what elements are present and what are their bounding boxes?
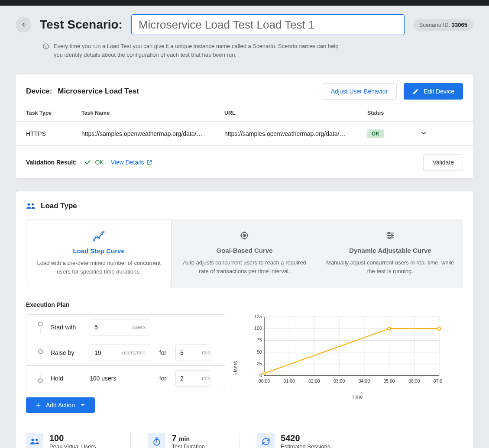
stats-row: 100 Peak Virtual Users 7 min Test Durati… (16, 430, 473, 448)
users-icon (30, 438, 39, 445)
svg-point-51 (388, 327, 391, 330)
svg-text:03:00: 03:00 (334, 378, 345, 384)
start-with-label: Start with (51, 324, 87, 331)
svg-point-4 (27, 203, 30, 206)
goal-based-curve-option[interactable]: Goal-Based Curve Auto adjusts concurrent… (172, 219, 317, 288)
svg-text:25: 25 (257, 361, 262, 366)
svg-rect-3 (45, 46, 46, 48)
refresh-icon (261, 437, 271, 446)
stopwatch-icon (152, 437, 162, 446)
scenario-id-value: 33065 (452, 22, 467, 28)
page-title: Test Scenario: (40, 18, 123, 32)
dynamic-desc: Manually adjust concurrent users in real… (326, 258, 454, 275)
step-indicator (32, 347, 48, 358)
chart-svg: 025507510012500:0001:0002:0003:0004:0005… (251, 314, 442, 384)
validation-ok: OK (84, 158, 104, 166)
raise-for-input[interactable]: min (175, 345, 210, 361)
plus-icon (35, 402, 42, 409)
goal-based-desc: Auto adjusts concurrent users to reach a… (180, 258, 308, 275)
pencil-icon (412, 88, 419, 95)
raise-by-label: Raise by (51, 349, 87, 356)
stat-sessions-value: 5420 (281, 433, 330, 443)
svg-point-50 (263, 372, 266, 375)
svg-point-17 (388, 232, 389, 234)
svg-point-19 (389, 237, 390, 239)
col-status: Status (367, 110, 419, 116)
svg-point-53 (31, 438, 34, 441)
info-row: Every time you run a Load Test you can g… (42, 42, 346, 59)
svg-text:06:00: 06:00 (408, 378, 420, 384)
stat-duration: 7 min Test Duration (130, 433, 222, 448)
validate-button[interactable]: Validate (423, 154, 463, 171)
load-step-desc: Load with a pre-determined number of con… (35, 259, 162, 276)
plan-hold-row: Hold 100 users for min (26, 365, 225, 391)
task-table-header: Task Type Task Name URL Status (16, 106, 473, 121)
svg-point-2 (45, 45, 46, 45)
execution-chart: Users 025507510012500:0001:0002:0003:000… (238, 314, 463, 422)
svg-text:100: 100 (254, 326, 262, 331)
dynamic-curve-option[interactable]: Dynamic Adjustable Curve Manually adjust… (317, 219, 463, 288)
task-name: https://samples.openweathermap.org/data/… (81, 130, 224, 137)
task-row[interactable]: HTTPS https://samples.openweathermap.org… (16, 122, 473, 145)
load-type-options: Load Step Curve Load with a pre-determin… (26, 219, 463, 288)
svg-point-18 (391, 235, 393, 236)
users-icon (26, 202, 36, 210)
scenario-id-badge: Scenario ID: 33065 (413, 19, 473, 31)
target-icon (240, 231, 249, 240)
chart-xlabel: Time (251, 394, 463, 400)
start-with-input[interactable]: users (90, 319, 150, 335)
svg-point-8 (98, 237, 100, 239)
hold-label: Hold (51, 375, 87, 382)
edit-device-button[interactable]: Edit Device (404, 83, 463, 100)
stat-duration-label: Test Duration (172, 443, 205, 448)
arrow-left-icon (20, 21, 27, 28)
hold-value: 100 users (90, 375, 150, 382)
execution-plan-label: Execution Plan (16, 301, 473, 314)
svg-text:01:00: 01:00 (284, 378, 295, 384)
execution-plan-table: Start with users Raise by users/min for … (26, 314, 225, 391)
stat-sessions: 5420 Estimated Sessions (240, 433, 347, 448)
page-header: Test Scenario: Scenario ID: 33065 (16, 14, 473, 35)
back-button[interactable] (16, 17, 31, 32)
col-url: URL (224, 110, 367, 116)
load-step-curve-option[interactable]: Load Step Curve Load with a pre-determin… (26, 219, 172, 288)
step-curve-icon (93, 231, 104, 241)
dynamic-title: Dynamic Adjustable Curve (326, 247, 454, 254)
add-action-button[interactable]: Add Action (26, 397, 95, 413)
hold-for-input[interactable]: min (175, 370, 210, 387)
status-badge: OK (367, 129, 384, 138)
task-url: https://samples.openweathermap.org/data/… (224, 130, 367, 137)
adjust-user-behavior-button[interactable]: Adjust User Behavior (322, 83, 397, 100)
sliders-icon (385, 231, 395, 240)
task-type: HTTPS (26, 130, 81, 137)
stat-peak-users: 100 Peak Virtual Users (26, 433, 113, 448)
check-icon (84, 158, 91, 166)
load-type-title: Load Type (41, 202, 77, 210)
col-task-type: Task Type (26, 110, 81, 116)
svg-text:05:00: 05:00 (383, 378, 395, 384)
svg-text:04:00: 04:00 (359, 378, 370, 384)
for-label: for (153, 349, 173, 356)
scenario-name-input[interactable] (131, 14, 405, 35)
svg-text:0: 0 (259, 373, 262, 378)
svg-text:02:00: 02:00 (308, 378, 320, 384)
external-link-icon (146, 159, 152, 165)
goal-based-title: Goal-Based Curve (180, 247, 308, 254)
svg-point-9 (101, 233, 103, 235)
device-label: Device: (26, 87, 52, 95)
svg-point-10 (103, 231, 104, 233)
top-bar (0, 0, 489, 6)
stat-duration-value: 7 min (172, 433, 205, 443)
expand-row-toggle[interactable] (419, 129, 437, 139)
info-icon (42, 43, 49, 50)
load-type-header: Load Type (16, 191, 473, 219)
stat-peak-value: 100 (49, 433, 96, 443)
stat-sessions-label: Estimated Sessions (281, 443, 330, 448)
svg-text:00:00: 00:00 (259, 378, 270, 384)
view-details-link[interactable]: View Details (111, 159, 153, 166)
raise-by-input[interactable]: users/min (90, 345, 150, 361)
device-title: Device: Microservice Load Test (26, 87, 139, 96)
svg-point-0 (25, 24, 26, 25)
stat-peak-label: Peak Virtual Users (49, 443, 96, 448)
device-name: Microservice Load Test (58, 87, 139, 95)
